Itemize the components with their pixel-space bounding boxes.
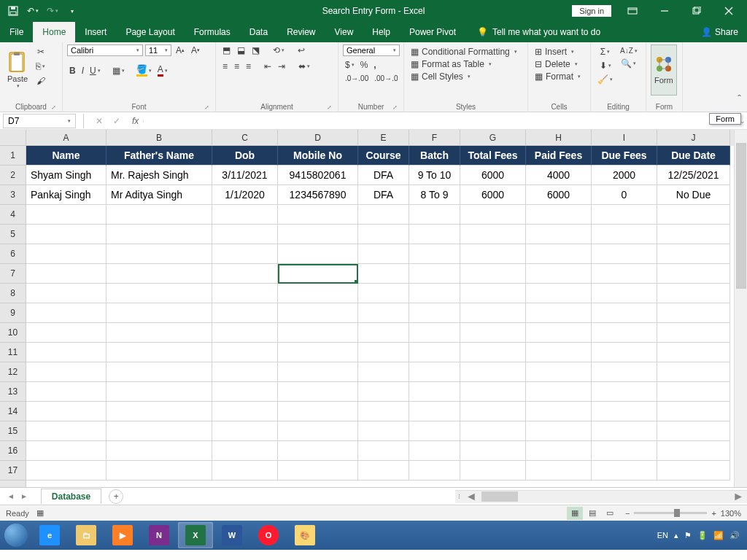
tab-file[interactable]: File — [0, 22, 33, 42]
underline-button[interactable]: U▾ — [88, 65, 103, 77]
vertical-scrollbar[interactable] — [734, 130, 747, 487]
cell-A9[interactable] — [26, 303, 107, 323]
row-header-10[interactable]: 10 — [0, 323, 26, 343]
tray-expand-icon[interactable]: ▴ — [674, 531, 678, 540]
cell-H6[interactable] — [526, 244, 592, 264]
sort-filter-icon[interactable]: A↓Z▾ — [618, 46, 640, 55]
cell-E17[interactable] — [358, 461, 409, 481]
cell-E14[interactable] — [358, 402, 409, 421]
taskbar-onenote[interactable]: N — [142, 522, 177, 548]
cell-F17[interactable] — [409, 461, 460, 481]
fx-icon[interactable]: fx — [128, 116, 143, 126]
cell-A4[interactable] — [26, 205, 107, 225]
cell-J16[interactable] — [657, 441, 730, 461]
enter-formula-icon[interactable]: ✓ — [113, 116, 120, 126]
cell-I11[interactable] — [592, 343, 657, 362]
cell-I9[interactable] — [592, 303, 657, 323]
paste-button[interactable]: Paste ▾ — [4, 44, 31, 96]
cell-B10[interactable] — [107, 323, 212, 343]
cell-D7[interactable] — [278, 264, 358, 284]
cell-F13[interactable] — [409, 382, 460, 402]
cell-G4[interactable] — [460, 205, 526, 225]
cell-B3[interactable]: Mr Aditya Singh — [107, 185, 212, 205]
cell-H10[interactable] — [526, 323, 592, 343]
cell-F14[interactable] — [409, 402, 460, 421]
cell-C7[interactable] — [212, 264, 278, 284]
col-header-B[interactable]: B — [107, 130, 212, 146]
cell-A16[interactable] — [26, 441, 107, 461]
cell-D17[interactable] — [278, 461, 358, 481]
row-header-6[interactable]: 6 — [0, 244, 26, 264]
cell-A17[interactable] — [26, 461, 107, 481]
delete-cells-button[interactable]: ⊟Delete▾ — [533, 58, 586, 70]
taskbar-word[interactable]: W — [214, 522, 249, 548]
align-middle-icon[interactable]: ⬓ — [235, 44, 247, 56]
cell-J12[interactable] — [657, 362, 730, 382]
cell-J13[interactable] — [657, 382, 730, 402]
decrease-decimal-icon[interactable]: .00→.0 — [372, 74, 400, 83]
cell-C4[interactable] — [212, 205, 278, 225]
cell-C15[interactable] — [212, 421, 278, 441]
cell-G10[interactable] — [460, 323, 526, 343]
cell-B14[interactable] — [107, 402, 212, 421]
tray-flag-icon[interactable]: ⚑ — [684, 531, 692, 540]
taskbar-opera[interactable]: O — [251, 522, 286, 548]
signin-button[interactable]: Sign in — [572, 5, 611, 17]
cell-A6[interactable] — [26, 244, 107, 264]
cell-J7[interactable] — [657, 264, 730, 284]
cell-G3[interactable]: 6000 — [460, 185, 526, 205]
cell-B4[interactable] — [107, 205, 212, 225]
cell-H13[interactable] — [526, 382, 592, 402]
cell-H5[interactable] — [526, 225, 592, 244]
cell-J1[interactable]: Due Date — [657, 146, 730, 166]
cell-J10[interactable] — [657, 323, 730, 343]
cell-D10[interactable] — [278, 323, 358, 343]
cell-A8[interactable] — [26, 284, 107, 303]
tab-data[interactable]: Data — [240, 22, 277, 42]
cell-G11[interactable] — [460, 343, 526, 362]
cut-icon[interactable]: ✂ — [34, 46, 47, 58]
taskbar-explorer[interactable]: 🗀 — [69, 522, 104, 548]
cell-E8[interactable] — [358, 284, 409, 303]
cell-I10[interactable] — [592, 323, 657, 343]
cell-G14[interactable] — [460, 402, 526, 421]
tab-formulas[interactable]: Formulas — [185, 22, 240, 42]
row-header-11[interactable]: 11 — [0, 343, 26, 362]
cell-C11[interactable] — [212, 343, 278, 362]
cell-D3[interactable]: 1234567890 — [278, 185, 358, 205]
cell-D14[interactable] — [278, 402, 358, 421]
cell-B8[interactable] — [107, 284, 212, 303]
cell-G9[interactable] — [460, 303, 526, 323]
page-layout-view-icon[interactable]: ▤ — [584, 507, 600, 520]
fill-icon[interactable]: ⬇▾ — [595, 60, 615, 71]
cell-G7[interactable] — [460, 264, 526, 284]
col-header-F[interactable]: F — [409, 130, 460, 146]
cell-I14[interactable] — [592, 402, 657, 421]
insert-cells-button[interactable]: ⊞Insert▾ — [533, 46, 586, 58]
cell-F6[interactable] — [409, 244, 460, 264]
horizontal-scrollbar[interactable]: ⁝ ◄ ► — [455, 490, 747, 503]
col-header-C[interactable]: C — [212, 130, 278, 146]
shrink-font-icon[interactable]: A▾ — [189, 44, 202, 56]
cell-J2[interactable]: 12/25/2021 — [657, 166, 730, 185]
cell-J11[interactable] — [657, 343, 730, 362]
cell-F10[interactable] — [409, 323, 460, 343]
cell-D11[interactable] — [278, 343, 358, 362]
normal-view-icon[interactable]: ▦ — [567, 507, 583, 520]
cell-G12[interactable] — [460, 362, 526, 382]
cell-C16[interactable] — [212, 441, 278, 461]
cell-C3[interactable]: 1/1/2020 — [212, 185, 278, 205]
cell-G17[interactable] — [460, 461, 526, 481]
cell-H9[interactable] — [526, 303, 592, 323]
alignment-dialog-icon[interactable]: ⤢ — [327, 104, 332, 111]
cell-H17[interactable] — [526, 461, 592, 481]
sheet-tab-database[interactable]: Database — [41, 489, 101, 504]
cell-H11[interactable] — [526, 343, 592, 362]
row-header-15[interactable]: 15 — [0, 421, 26, 441]
cell-E12[interactable] — [358, 362, 409, 382]
cell-A1[interactable]: Name — [26, 146, 107, 166]
qat-customize-icon[interactable]: ▾ — [63, 2, 81, 20]
cell-G5[interactable] — [460, 225, 526, 244]
cell-B2[interactable]: Mr. Rajesh Singh — [107, 166, 212, 185]
tab-nav-last-icon[interactable]: ► — [20, 492, 28, 500]
